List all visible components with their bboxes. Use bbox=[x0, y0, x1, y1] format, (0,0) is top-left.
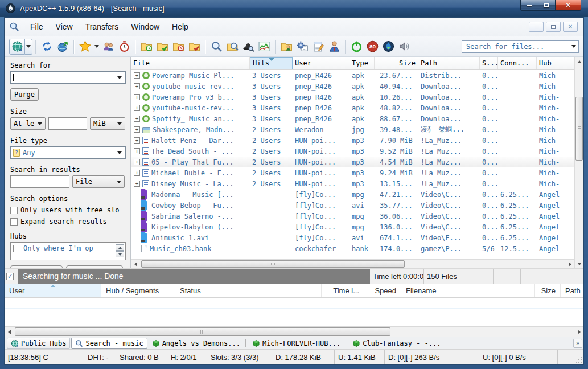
menu-window[interactable]: Window bbox=[125, 20, 166, 34]
expand-icon[interactable]: + bbox=[134, 181, 140, 187]
close-button[interactable]: ✕ bbox=[555, 0, 581, 11]
menu-file[interactable]: File bbox=[24, 20, 50, 34]
scroll-right-arrow[interactable] bbox=[565, 260, 574, 268]
tab-mich-forever-hub[interactable]: Mich-FOREVER-HUB... bbox=[249, 338, 344, 348]
expand-icon[interactable]: + bbox=[134, 116, 140, 122]
download-queue-button[interactable] bbox=[138, 39, 154, 55]
scrollbar-track[interactable] bbox=[14, 327, 574, 337]
tab-overflow-button[interactable]: » bbox=[573, 339, 582, 348]
scrollbar-thumb[interactable] bbox=[15, 327, 390, 336]
expand-icon[interactable]: + bbox=[134, 159, 140, 165]
size-unit-select[interactable]: MiB bbox=[90, 117, 125, 130]
column-header-path[interactable]: Path bbox=[418, 57, 480, 69]
result-row[interactable]: Kipelov-Babylon_(...[fly]Co...mpg136.0..… bbox=[131, 222, 574, 232]
column-header-hub-segments[interactable]: Hub / Segments bbox=[101, 284, 175, 297]
results-horizontal-scrollbar[interactable] bbox=[131, 259, 574, 268]
tab-search-music[interactable]: Search - music bbox=[71, 338, 147, 348]
mdi-minimize-button[interactable]: – bbox=[529, 22, 544, 32]
result-row[interactable]: +youtube-music-rev...3 Userspnep_R426apk… bbox=[131, 102, 574, 113]
column-header-speed[interactable]: Speed bbox=[364, 284, 401, 297]
search-button[interactable] bbox=[208, 39, 224, 55]
search-for-combobox[interactable] bbox=[10, 71, 126, 84]
expand-icon[interactable]: + bbox=[134, 105, 140, 111]
hubs-listbox[interactable]: Only where I'm op bbox=[10, 242, 126, 260]
results-vertical-scrollbar[interactable] bbox=[574, 57, 583, 268]
adl-search-button[interactable] bbox=[224, 39, 240, 55]
mdi-close-button[interactable]: × bbox=[563, 22, 578, 32]
result-row[interactable]: Sabrina Salerno -...[fly]Co...mpg36.06..… bbox=[131, 211, 574, 222]
checkbox-unchecked-icon[interactable] bbox=[10, 207, 18, 214]
dropdown-arrow-icon[interactable] bbox=[93, 39, 100, 55]
result-row[interactable]: +The Dead South - ...2 UsersHUN-poi...mp… bbox=[131, 146, 574, 157]
resize-grip[interactable] bbox=[574, 350, 583, 364]
column-header-time-left[interactable]: Time l... bbox=[322, 284, 364, 297]
notepad-button[interactable] bbox=[310, 39, 326, 55]
file-type-select[interactable]: ? Any bbox=[10, 146, 126, 159]
finished-uploads-button[interactable] bbox=[186, 39, 202, 55]
result-row[interactable]: +Spotify_ Music an...3 Userspnep_R426apk… bbox=[131, 113, 574, 124]
checkbox-unchecked-icon[interactable] bbox=[10, 218, 18, 226]
expand-icon[interactable]: + bbox=[134, 137, 140, 144]
size-mode-select[interactable]: At le bbox=[10, 117, 46, 130]
sound-button[interactable] bbox=[396, 39, 412, 55]
scrollbar-track[interactable] bbox=[575, 66, 583, 259]
open-filelist-button[interactable] bbox=[278, 39, 294, 55]
size-value-input[interactable] bbox=[48, 117, 87, 130]
expand-icon[interactable]: + bbox=[134, 148, 140, 154]
result-row[interactable]: Madonna - Music [...[fly]Co...mpg47.21..… bbox=[131, 189, 574, 200]
dropdown-arrow-icon[interactable] bbox=[25, 39, 32, 55]
scroll-right-arrow[interactable] bbox=[574, 327, 583, 337]
search-files-combobox[interactable]: Search for files... bbox=[462, 40, 579, 53]
checkbox-checked-icon[interactable]: ✓ bbox=[6, 273, 14, 280]
scroll-left-arrow[interactable] bbox=[5, 327, 14, 337]
search-in-mode-select[interactable]: File bbox=[72, 175, 125, 188]
column-header-status[interactable]: Status bbox=[175, 284, 322, 297]
child-window-search-icon[interactable] bbox=[9, 22, 19, 32]
search-in-results-input[interactable] bbox=[10, 175, 69, 188]
scrollbar-thumb[interactable] bbox=[141, 260, 405, 268]
scrollbar-track[interactable] bbox=[140, 260, 565, 268]
column-header-slots[interactable]: S... bbox=[480, 57, 498, 69]
transfers-horizontal-scrollbar[interactable] bbox=[5, 326, 583, 337]
reconnect-button[interactable] bbox=[39, 39, 55, 55]
checkbox-unchecked-icon[interactable] bbox=[13, 245, 20, 252]
hub-option-row[interactable]: Only where I'm op bbox=[13, 244, 114, 252]
result-row[interactable]: +Michael Buble - F...2 UsersHUN-poi...mp… bbox=[131, 167, 574, 178]
column-header-user[interactable]: User bbox=[293, 57, 349, 69]
scroll-up-arrow[interactable] bbox=[575, 57, 583, 66]
tab-club-fantasy[interactable]: Club-Fantasy - -... bbox=[349, 338, 444, 348]
spinner-up-icon[interactable] bbox=[116, 244, 124, 251]
option-free-slots[interactable]: Only users with free slo bbox=[10, 206, 126, 214]
expand-icon[interactable]: + bbox=[134, 170, 140, 176]
settings-button[interactable] bbox=[294, 39, 310, 55]
scroll-down-arrow[interactable] bbox=[575, 259, 583, 268]
expand-icon[interactable]: + bbox=[134, 126, 140, 133]
menu-help[interactable]: Help bbox=[166, 20, 195, 34]
column-header-type[interactable]: Type bbox=[349, 57, 375, 69]
expand-icon[interactable]: + bbox=[134, 83, 140, 89]
away-button[interactable] bbox=[326, 39, 342, 55]
recent-hubs-button[interactable] bbox=[116, 39, 132, 55]
result-row[interactable]: +Disney Music - La...2 UsersHUN-poi...mp… bbox=[131, 178, 574, 189]
column-header-filename[interactable]: Filename bbox=[401, 284, 535, 297]
update-check-button[interactable] bbox=[380, 39, 396, 55]
column-header-connection[interactable]: Conn... bbox=[498, 57, 537, 69]
column-header-hits[interactable]: Hits bbox=[250, 57, 293, 69]
result-row[interactable]: +youtube-music-rev...3 Userspnep_R426apk… bbox=[131, 81, 574, 92]
tab-public-hubs[interactable]: Public Hubs bbox=[7, 338, 70, 348]
column-header-file[interactable]: File bbox=[131, 57, 250, 69]
scrollbar-thumb[interactable] bbox=[575, 97, 583, 161]
mdi-restore-button[interactable] bbox=[546, 22, 561, 32]
column-header-hub[interactable]: Hub bbox=[537, 57, 574, 69]
result-row[interactable]: +05 - Play That Fu...2 UsersHUN-poi...mp… bbox=[131, 157, 574, 167]
result-row[interactable]: +Poweramp_Pro_v3_b...3 Userspnep_R426apk… bbox=[131, 92, 574, 102]
column-header-size[interactable]: Size bbox=[535, 284, 561, 297]
menu-view[interactable]: View bbox=[50, 20, 79, 34]
column-header-user[interactable]: User bbox=[5, 284, 101, 297]
waiting-users-button[interactable] bbox=[170, 39, 186, 55]
purge-button[interactable]: Purge bbox=[10, 88, 39, 101]
result-row[interactable]: +Shakespeare, Madn...2 UsersWeradonjpg39… bbox=[131, 124, 574, 135]
search-spy-button[interactable] bbox=[240, 39, 256, 55]
finished-downloads-button[interactable] bbox=[154, 39, 170, 55]
favorite-users-button[interactable] bbox=[100, 39, 116, 55]
